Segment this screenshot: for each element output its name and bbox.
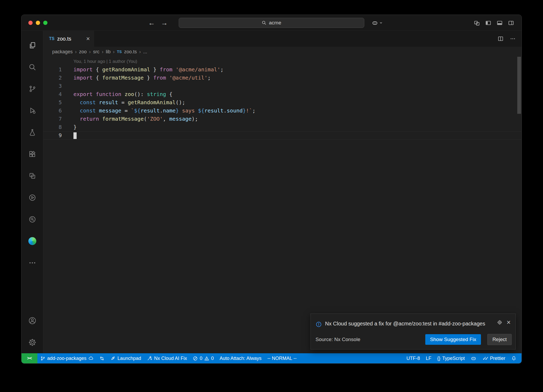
toggle-panel-icon[interactable] [497,20,503,26]
settings-gear-icon[interactable] [21,332,43,353]
encoding-label: UTF-8 [406,356,420,361]
braces-icon: {} [437,356,440,361]
chevron-right-icon: › [102,49,103,55]
breadcrumb: packages › zoo › src › lib › TS zoo.ts ›… [43,47,522,57]
search-sidebar-icon[interactable] [21,56,43,78]
notification-toast: Nx Cloud suggested a fix for @acme/zoo:t… [310,313,516,350]
customize-layout-icon[interactable] [474,20,480,26]
maximize-window-button[interactable] [43,21,47,25]
vim-mode-item[interactable]: -- NORMAL -- [264,353,299,363]
errors-count: 0 [200,356,202,361]
minimize-window-button[interactable] [36,21,40,25]
reject-button[interactable]: Reject [487,334,512,345]
launchpad-item[interactable]: Launchpad [107,353,144,363]
breadcrumb-more[interactable]: ... [143,49,147,55]
code-line[interactable]: 6 const message = `${result.name} says $… [43,107,522,115]
inspect-circle-icon[interactable] [21,208,43,230]
warnings-icon [204,356,209,361]
problems-item[interactable]: 0 0 [190,353,217,363]
git-graph-item[interactable] [97,353,107,363]
breadcrumb-item[interactable]: src [93,49,99,55]
remote-indicator[interactable]: >< [21,353,37,363]
eol-item[interactable]: LF [423,353,434,363]
notification-settings-gear-icon[interactable] [497,320,502,325]
notification-source: Source: Nx Console [316,337,422,342]
editor-actions [498,31,516,47]
explorer-icon[interactable] [21,34,43,56]
git-branch-item[interactable]: add-zoo-packages [37,353,97,363]
vim-mode-label: -- NORMAL -- [267,356,296,361]
play-circle-icon[interactable] [21,187,43,208]
breadcrumb-file[interactable]: zoo.ts [124,49,137,55]
nx-console-icon[interactable] [21,165,43,187]
chevron-right-icon: › [89,49,91,55]
breadcrumb-item[interactable]: zoo [79,49,87,55]
nx-cloud-fix-item[interactable]: Nx Cloud AI Fix [144,353,190,363]
command-center-value: acme [269,20,281,26]
command-center-search[interactable]: acme [179,18,364,28]
search-icon [262,20,266,25]
chevron-right-icon: › [75,49,77,55]
copilot-status-item[interactable] [468,353,479,363]
tab-label: zoo.ts [57,36,71,42]
errors-icon [193,356,198,361]
code-line[interactable]: 5 const result = getRandomAnimal(); [43,98,522,107]
copilot-icon [471,355,476,361]
account-icon[interactable] [21,310,43,332]
sparkle-wand-icon [147,356,152,361]
tab-zoo-ts[interactable]: TS zoo.ts × [43,31,94,47]
warnings-count: 0 [211,356,214,361]
code-editor[interactable]: You, 1 hour ago | 1 author (You) 1import… [43,57,522,353]
code-line[interactable]: 8} [43,123,522,131]
git-graph-icon [99,356,104,361]
notifications-bell-item[interactable] [508,353,519,363]
title-bar: ← → acme [21,15,522,31]
run-debug-icon[interactable] [21,100,43,121]
ts-file-icon: TS [49,36,54,41]
cloud-sync-icon [88,356,94,361]
activity-bar [21,31,43,353]
git-blame-annotation: You, 1 hour ago | 1 author (You) [43,57,522,66]
show-suggested-fix-button[interactable]: Show Suggested Fix [425,334,481,345]
code-line[interactable]: 9 [43,131,522,140]
check-all-icon: ✓✓ [482,355,487,361]
extensions-icon[interactable] [21,143,43,165]
breadcrumb-item[interactable]: lib [106,49,111,55]
auto-attach-label: Auto Attach: Always [220,356,261,361]
formatter-item[interactable]: ✓✓ Prettier [479,353,508,363]
tab-close-icon[interactable]: × [86,36,90,42]
formatter-label: Prettier [490,356,505,361]
vertical-scrollbar[interactable] [517,57,521,114]
layout-controls [474,15,514,31]
back-icon[interactable]: ← [148,19,155,27]
history-nav: ← → [148,15,168,31]
info-icon [316,319,322,329]
chevron-right-icon: › [139,49,141,55]
branch-name: add-zoo-packages [47,356,86,361]
traffic-lights [28,21,47,25]
code-line[interactable]: 2import { formatMessage } from '@acme/ut… [43,74,522,82]
close-window-button[interactable] [28,21,33,25]
code-line[interactable]: 7 return formatMessage('ZOO', message); [43,115,522,123]
code-line[interactable]: 4export function zoo(): string { [43,90,522,98]
testing-icon[interactable] [21,121,43,143]
encoding-item[interactable]: UTF-8 [404,353,423,363]
forward-icon[interactable]: → [161,19,168,27]
vscode-window: ← → acme [21,15,522,364]
toggle-secondary-sidebar-icon[interactable] [508,20,514,26]
code-line[interactable]: 1import { getRandomAnimal } from '@acme/… [43,66,522,74]
language-mode-item[interactable]: {} TypeScript [434,353,468,363]
more-views-icon[interactable] [21,252,43,274]
more-actions-icon[interactable] [510,36,516,42]
auto-attach-item[interactable]: Auto Attach: Always [217,353,264,363]
code-line[interactable]: 3 [43,82,522,90]
toggle-sidebar-icon[interactable] [485,20,491,26]
breadcrumb-item[interactable]: packages [52,49,73,55]
source-control-icon[interactable] [21,78,43,100]
edge-icon[interactable] [21,230,43,252]
notification-close-icon[interactable]: × [507,320,511,325]
split-editor-icon[interactable] [498,36,503,42]
status-bar: >< add-zoo-packages [21,353,522,363]
language-label: TypeScript [442,356,465,361]
copilot-menu[interactable] [372,15,383,31]
